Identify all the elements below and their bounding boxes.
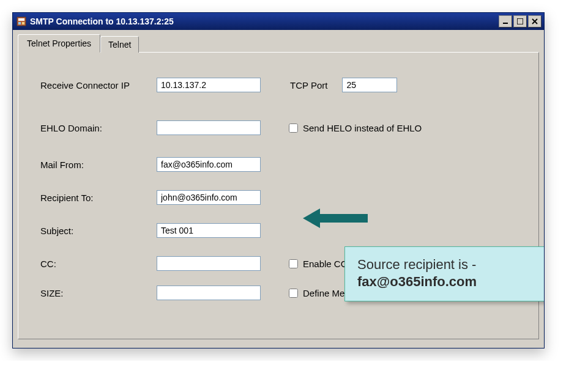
recipient-to-input[interactable]: [157, 190, 261, 205]
app-window: SMTP Connection to 10.13.137.2:25 Telnet…: [12, 12, 545, 348]
minimize-button[interactable]: [499, 15, 512, 28]
define-size-checkbox[interactable]: [289, 289, 298, 298]
subject-label: Subject:: [40, 226, 157, 236]
window-title: SMTP Connection to 10.13.137.2:25: [30, 17, 499, 26]
tabstrip: Telnet Properties Telnet: [18, 34, 539, 52]
mail-from-input[interactable]: [157, 157, 261, 172]
enable-cc-label: Enable CC: [303, 259, 348, 269]
app-icon: [17, 17, 26, 26]
receive-connector-ip-label: Receive Connector IP: [40, 80, 157, 90]
maximize-button[interactable]: [513, 15, 527, 28]
size-label: SIZE:: [40, 288, 157, 298]
tab-telnet-properties[interactable]: Telnet Properties: [18, 34, 100, 53]
enable-cc-checkbox-wrap[interactable]: Enable CC: [289, 259, 348, 269]
size-input[interactable]: [157, 286, 261, 300]
send-helo-checkbox[interactable]: [289, 123, 298, 133]
ehlo-domain-input[interactable]: [157, 120, 261, 135]
subject-input[interactable]: [157, 223, 261, 238]
svg-rect-5: [517, 18, 523, 24]
cc-input[interactable]: [157, 256, 261, 271]
tcp-port-input[interactable]: [342, 78, 397, 92]
client-area: Telnet Properties Telnet Receive Connect…: [13, 30, 544, 348]
recipient-to-label: Recipient To:: [40, 193, 157, 203]
enable-cc-checkbox[interactable]: [289, 259, 298, 268]
svg-rect-1: [18, 18, 24, 21]
send-helo-checkbox-wrap[interactable]: Send HELO instead of EHLO: [289, 123, 422, 133]
tab-telnet[interactable]: Telnet: [100, 36, 139, 53]
tcp-port-label: TCP Port: [290, 80, 327, 90]
svg-rect-3: [22, 22, 24, 24]
close-button[interactable]: [528, 15, 541, 28]
receive-connector-ip-input[interactable]: [157, 78, 261, 92]
cc-label: CC:: [40, 259, 157, 269]
callout-line2: fax@o365info.com: [357, 274, 544, 290]
send-helo-label: Send HELO instead of EHLO: [303, 123, 422, 133]
svg-rect-2: [18, 22, 21, 24]
callout-line1: Source recipient is -: [357, 257, 544, 273]
titlebar: SMTP Connection to 10.13.137.2:25: [13, 13, 544, 30]
svg-rect-4: [503, 23, 508, 24]
ehlo-domain-label: EHLO Domain:: [40, 123, 157, 133]
annotation-callout: Source recipient is - fax@o365info.com: [344, 246, 544, 301]
mail-from-label: Mail From:: [40, 160, 157, 170]
